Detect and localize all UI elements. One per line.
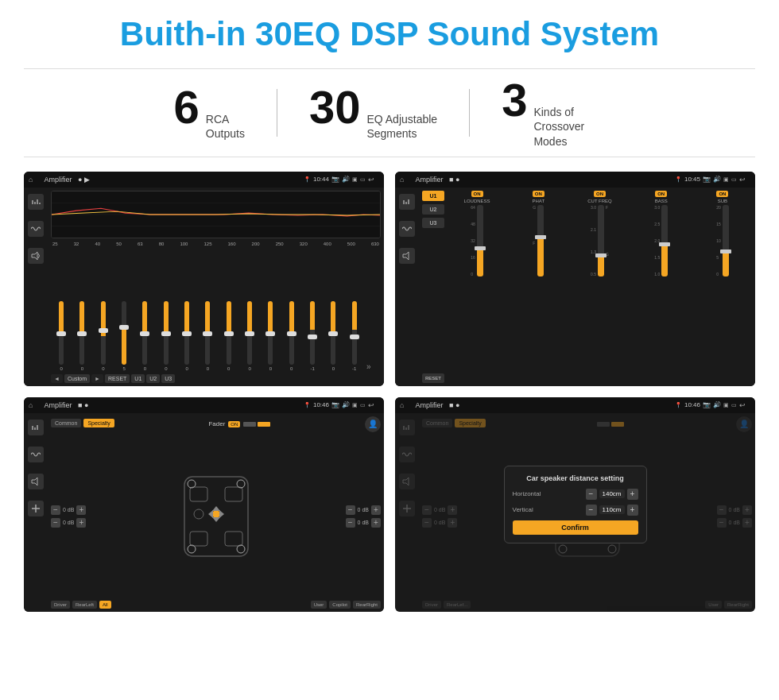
eq-slider-13[interactable]: -1 [304,301,321,371]
dsp-label-bass: BASS [655,199,668,203]
eq-val-3: 0 [102,366,104,371]
fader-sidebar-arrows-btn[interactable] [28,501,44,516]
eq-scroll-right[interactable]: » [366,362,379,371]
dsp-on-phat[interactable]: ON [533,191,545,197]
eq-back-icon[interactable]: ↩ [368,176,374,184]
eq-val-4: 5 [122,366,125,371]
dsp-channel-loudness: ON LOUDNESS 644832160 [448,191,506,383]
dsp-on-bass[interactable]: ON [655,191,667,197]
dsp-preset-u1[interactable]: U1 [422,191,444,201]
fader-user-btn[interactable]: User [311,601,327,609]
fader-cam-icon: 📷 [331,401,339,408]
eq-lbl-40: 40 [95,242,100,246]
dsp-slider-sub[interactable] [723,205,729,277]
dialog-vertical-plus[interactable]: + [627,505,638,516]
eq-slider-15[interactable]: -1 [346,301,363,371]
dialog-confirm-button[interactable]: Confirm [513,520,638,535]
fader-home-icon[interactable]: ⌂ [29,401,33,409]
eq-freq-labels: 25 32 40 50 63 80 100 125 160 200 250 32… [51,242,381,246]
fader-tab-specialty[interactable]: Specialty [83,419,114,427]
eq-slider-3[interactable]: 0 [95,301,112,371]
eq-reset-btn[interactable]: RESET [105,374,130,383]
eq-val-10: 0 [248,366,250,371]
fader-sidebar-wave-btn[interactable] [28,447,44,462]
eq-u3-btn[interactable]: U3 [161,374,175,383]
eq-slider-8[interactable]: 0 [199,301,216,371]
dsp-on-loudness[interactable]: ON [471,191,483,197]
fader-on-badge[interactable]: ON [228,421,240,427]
stat-number-eq: 30 [309,84,361,130]
fader-sidebar-vol-btn[interactable] [28,474,44,489]
eq-slider-7[interactable]: 0 [178,301,196,371]
eq-slider-4[interactable]: 5 [115,301,133,371]
dsp-home-icon[interactable]: ⌂ [400,176,404,184]
eq-slider-6[interactable]: 0 [157,301,175,371]
eq-sidebar-eq-btn[interactable] [28,194,44,210]
eq-sidebar-wave-btn[interactable] [28,221,44,237]
dsp-screen-card: ⌂ Amplifier ■ ● 📍 10:45 📷 🔊 ▣ ▭ ↩ [395,172,755,386]
svg-rect-18 [190,487,207,501]
dsp-slider-phat[interactable] [537,205,544,277]
dsp-sidebar-eq-btn[interactable] [399,194,415,210]
eq-prev-btn[interactable]: ◄ [51,374,63,383]
fader-right-minus-1[interactable]: − [346,505,355,515]
fader-right-db-val-1: 0 dB [358,507,369,512]
dsp-on-sub[interactable]: ON [716,191,728,197]
fader-rearleft-btn[interactable]: RearLeft [72,601,97,609]
dsp-reset[interactable]: RESET [422,373,444,383]
dsp-scale-cutfreq: 3.02.11.30.5 [591,205,596,277]
eq-slider-9[interactable]: 0 [220,301,238,371]
dsp-sidebar-wave-btn[interactable] [399,221,415,237]
eq-play-btn[interactable]: ► [91,374,103,383]
fader-copilot-btn[interactable]: Copilot [329,601,351,609]
fader-sidebar-eq-btn[interactable] [28,420,44,435]
dsp-on-cutfreq[interactable]: ON [594,191,606,197]
dialog-horizontal-minus[interactable]: − [586,489,597,500]
dsp-channels: ON LOUDNESS 644832160 ON PHAT [448,191,752,383]
fader-back-icon[interactable]: ↩ [368,401,374,409]
fader-driver-btn[interactable]: Driver [51,601,70,609]
eq-slider-14[interactable]: 0 [324,301,342,371]
dsp-slider-cutfreq[interactable] [598,205,604,277]
dsp-back-icon[interactable]: ↩ [739,176,746,184]
fader-all-btn[interactable]: All [99,601,111,609]
fader-right-plus-2[interactable]: + [371,518,381,528]
eq-sq-icon: ▣ [352,176,358,183]
eq-slider-5[interactable]: 0 [136,301,153,371]
fader-right-db-row-1: − 0 dB + [346,505,381,515]
eq-custom-btn[interactable]: Custom [64,374,90,383]
eq-slider-2[interactable]: 0 [73,301,91,371]
fader-rearright-btn[interactable]: RearRight [353,601,381,609]
fader-left-plus-1[interactable]: + [76,505,86,515]
eq-slider-11[interactable]: 0 [262,301,279,371]
dialog-horizontal-plus[interactable]: + [627,489,638,500]
fader-tab-common[interactable]: Common [51,419,81,427]
dialog-vertical-minus[interactable]: − [586,505,597,516]
eq-sidebar-vol-btn[interactable] [28,248,44,264]
dsp-presets: U1 U2 U3 RESET [422,191,444,383]
fader-person-icon[interactable]: 👤 [365,416,381,432]
eq-main-area: 25 32 40 50 63 80 100 125 160 200 250 32… [48,188,384,386]
dsp-preset-u2[interactable]: U2 [422,204,444,215]
fader-left-minus-1[interactable]: − [51,505,60,515]
fader-right-plus-1[interactable]: + [371,505,381,515]
dsp-left-sidebar [395,188,419,386]
dsp-preset-u3[interactable]: U3 [422,218,444,228]
eq-u1-btn[interactable]: U1 [131,374,145,383]
svg-rect-19 [225,487,242,501]
eq-home-icon[interactable]: ⌂ [29,176,33,184]
eq-slider-1[interactable]: 0 [52,301,70,371]
eq-slider-10[interactable]: 0 [241,301,258,371]
dsp-sidebar-vol-btn[interactable] [399,248,415,264]
dsp-slider-loudness[interactable] [477,205,483,277]
eq-screen-card: ⌂ Amplifier ● ▶ 📍 10:44 📷 🔊 ▣ ▭ ↩ [24,172,384,386]
dsp-slider-bass[interactable] [661,205,668,277]
eq-u2-btn[interactable]: U2 [146,374,160,383]
fader-left-plus-2[interactable]: + [76,518,86,528]
svg-point-22 [194,509,203,519]
fader-left-db-val-1: 0 dB [63,507,74,512]
fader-left-minus-2[interactable]: − [51,518,60,528]
eq-lbl-63: 63 [138,242,143,246]
fader-right-minus-2[interactable]: − [346,518,355,528]
eq-slider-12[interactable]: 0 [283,301,300,371]
